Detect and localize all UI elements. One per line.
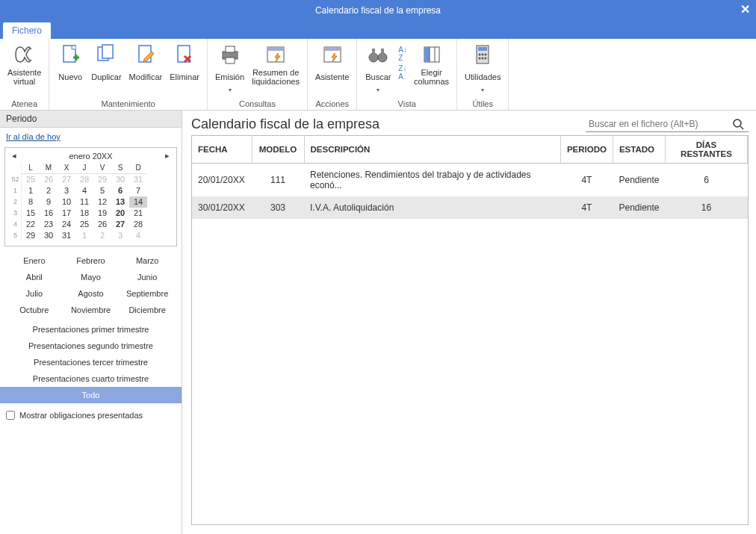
cal-day[interactable]: 31 — [58, 230, 75, 241]
preset-item[interactable]: Presentaciones segundo trimestre — [0, 338, 182, 354]
preset-item[interactable]: Presentaciones tercer trimestre — [0, 354, 182, 370]
cal-day[interactable]: 28 — [75, 174, 93, 185]
preset-item[interactable]: Todo — [0, 387, 182, 403]
sort-desc-button[interactable]: Z↓A — [396, 63, 409, 81]
month-octubre[interactable]: Octubre — [6, 302, 63, 318]
delete-document-icon — [173, 43, 196, 66]
cal-day[interactable]: 29 — [93, 174, 111, 185]
table-row[interactable]: 30/01/20XX303I.V.A. Autoliquidación4TPen… — [192, 196, 748, 219]
month-abril[interactable]: Abril — [6, 269, 63, 285]
tab-file[interactable]: Fichero — [3, 22, 51, 39]
cal-day[interactable]: 8 — [22, 196, 40, 208]
search-input[interactable] — [586, 117, 728, 131]
month-mayo[interactable]: Mayo — [63, 269, 120, 285]
col-dias[interactable]: DÍAS RESTANTES — [666, 136, 748, 164]
eliminar-button[interactable]: Eliminar — [167, 40, 202, 88]
col-estado[interactable]: ESTADO — [613, 136, 665, 164]
cal-day[interactable]: 13 — [111, 196, 129, 208]
cal-day[interactable]: 21 — [129, 208, 147, 219]
emision-button[interactable]: Emisión ▾ — [212, 40, 247, 96]
cal-day[interactable]: 27 — [58, 174, 75, 185]
page-title: Calendario fiscal de la empresa — [191, 117, 379, 132]
chevron-down-icon: ▾ — [229, 87, 232, 93]
cal-day[interactable]: 2 — [93, 230, 111, 241]
cal-weekday: M — [40, 162, 58, 174]
cal-day[interactable]: 16 — [40, 208, 58, 219]
cal-day[interactable]: 14 — [129, 196, 147, 208]
cal-day[interactable]: 12 — [93, 196, 111, 208]
cal-weekday: D — [129, 162, 147, 174]
cal-day[interactable]: 3 — [111, 230, 129, 241]
modificar-button[interactable]: Modificar — [126, 40, 166, 88]
cal-next-button[interactable]: ▸ — [163, 151, 172, 161]
cal-day[interactable]: 17 — [58, 208, 75, 219]
table-row[interactable]: 20/01/20XX111Retenciones. Rendimientos d… — [192, 164, 748, 197]
cal-day[interactable]: 28 — [129, 219, 147, 230]
month-enero[interactable]: Enero — [6, 252, 63, 269]
cal-day[interactable]: 25 — [75, 219, 93, 230]
show-presented-checkbox[interactable]: Mostrar obligaciones presentadas — [0, 403, 182, 427]
preset-item[interactable]: Presentaciones primer trimestre — [0, 321, 182, 338]
cal-day[interactable]: 1 — [75, 230, 93, 241]
cal-day[interactable]: 11 — [75, 196, 93, 208]
month-marzo[interactable]: Marzo — [119, 252, 176, 269]
svg-rect-14 — [372, 49, 375, 55]
month-julio[interactable]: Julio — [6, 285, 63, 302]
cal-day[interactable]: 29 — [22, 230, 40, 241]
preset-item[interactable]: Presentaciones cuarto trimestre — [0, 370, 182, 387]
month-diciembre[interactable]: Diciembre — [119, 302, 176, 318]
cal-day[interactable]: 19 — [93, 208, 111, 219]
duplicar-button[interactable]: Duplicar — [88, 40, 124, 88]
month-febrero[interactable]: Febrero — [63, 252, 120, 269]
cal-day[interactable]: 20 — [111, 208, 129, 219]
ribbon-group-label: Vista — [362, 99, 452, 110]
cal-day[interactable]: 22 — [22, 219, 40, 230]
month-noviembre[interactable]: Noviembre — [63, 302, 120, 318]
cal-day[interactable]: 30 — [40, 230, 58, 241]
col-fecha[interactable]: FECHA — [192, 136, 252, 164]
nuevo-button[interactable]: Nuevo — [54, 40, 87, 88]
close-icon[interactable]: ✕ — [740, 2, 750, 16]
cal-day[interactable]: 31 — [129, 174, 147, 185]
cal-day[interactable]: 9 — [40, 196, 58, 208]
col-desc[interactable]: DESCRIPCIÓN — [304, 136, 560, 164]
buscar-button[interactable]: Buscar ▾ — [362, 40, 394, 96]
cal-day[interactable]: 7 — [129, 185, 147, 196]
cal-day[interactable]: 23 — [40, 219, 58, 230]
cal-day[interactable]: 3 — [58, 185, 75, 196]
today-link[interactable]: Ir al día de hoy — [0, 128, 182, 146]
cal-day[interactable]: 5 — [93, 185, 111, 196]
cal-day[interactable]: 15 — [22, 208, 40, 219]
cal-day[interactable]: 30 — [111, 174, 129, 185]
cal-day[interactable]: 4 — [129, 230, 147, 241]
search-box[interactable] — [586, 117, 749, 132]
resumen-button[interactable]: Resumen de liquidaciones — [249, 40, 303, 88]
cal-day[interactable]: 1 — [22, 185, 40, 196]
cal-day[interactable]: 2 — [40, 185, 58, 196]
month-septiembre[interactable]: Septiembre — [119, 285, 176, 302]
utilidades-button[interactable]: Utilidades ▾ — [462, 40, 504, 96]
cal-day[interactable]: 27 — [111, 219, 129, 230]
cal-day[interactable]: 4 — [75, 185, 93, 196]
col-periodo[interactable]: PERIODO — [560, 136, 613, 164]
cal-prev-button[interactable]: ◂ — [10, 151, 19, 161]
show-presented-input[interactable] — [6, 411, 15, 420]
month-agosto[interactable]: Agosto — [63, 285, 120, 302]
cal-day[interactable]: 10 — [58, 196, 75, 208]
cal-day[interactable]: 26 — [40, 174, 58, 185]
cal-day[interactable]: 6 — [111, 185, 129, 196]
sort-asc-button[interactable]: A↓Z — [396, 45, 409, 63]
month-junio[interactable]: Junio — [119, 269, 176, 285]
columnas-button[interactable]: Elegir columnas — [411, 40, 452, 88]
month-grid: EneroFebreroMarzoAbrilMayoJunioJulioAgos… — [0, 252, 182, 318]
col-modelo[interactable]: MODELO — [252, 136, 304, 164]
ribbon-group-label: Mantenimiento — [54, 99, 202, 110]
search-icon[interactable] — [728, 117, 749, 131]
window-title: Calendario fiscal de la empresa — [315, 5, 441, 16]
cal-day[interactable]: 25 — [22, 174, 40, 185]
cal-day[interactable]: 24 — [58, 219, 75, 230]
asistente-button[interactable]: Asistente — [312, 40, 352, 88]
cal-day[interactable]: 26 — [93, 219, 111, 230]
cal-day[interactable]: 18 — [75, 208, 93, 219]
asistente-virtual-button[interactable]: Asistente virtual — [4, 40, 44, 88]
